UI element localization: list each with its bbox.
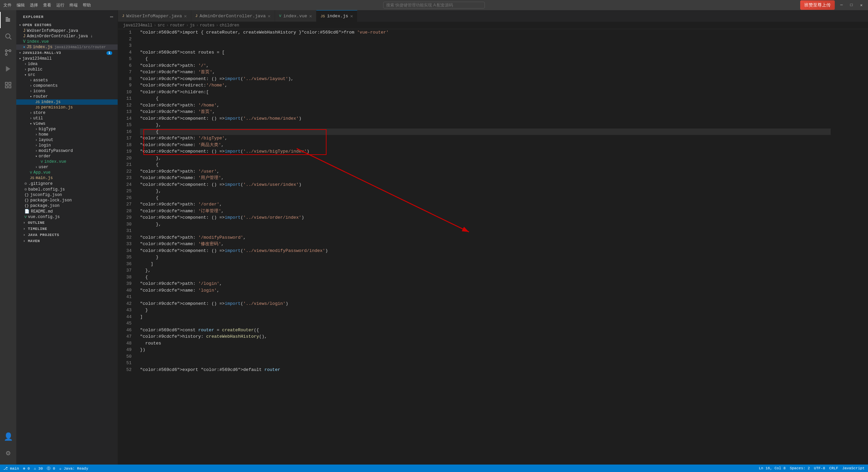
title-bar-left: 文件 编辑 选择 查看 运行 终端 帮助 bbox=[3, 2, 91, 8]
dir-chevron: › bbox=[24, 62, 26, 66]
tree-item-appvue[interactable]: V App.vue bbox=[16, 170, 118, 175]
search-icon[interactable] bbox=[0, 28, 16, 44]
tab-close-icon[interactable]: ✕ bbox=[350, 13, 353, 19]
tree-item-packagelock[interactable]: {} package-lock.json bbox=[16, 198, 118, 203]
tab-indexjs[interactable]: JS index.js ✕ bbox=[316, 10, 357, 22]
language-mode[interactable]: JavaScript bbox=[842, 466, 865, 470]
extensions-icon[interactable] bbox=[0, 77, 16, 93]
tree-item-router[interactable]: ▾ router bbox=[16, 94, 118, 99]
tree-item-bigtype[interactable]: › bigType bbox=[16, 126, 118, 132]
tree-item-readme[interactable]: 📄 README.md bbox=[16, 209, 118, 214]
sidebar-more-icon[interactable]: ⋯ bbox=[110, 14, 114, 20]
code-area[interactable]: "color:#569cd6">import { createRouter, c… bbox=[137, 29, 831, 465]
git-branch[interactable]: ⎇ main bbox=[3, 466, 19, 471]
tree-item-jsconfig[interactable]: {} jsconfig.json bbox=[16, 192, 118, 198]
line-number: 31 bbox=[125, 228, 132, 234]
tree-item-public[interactable]: › public bbox=[16, 67, 118, 72]
menu-help[interactable]: 帮助 bbox=[83, 2, 91, 8]
open-file-indexjs[interactable]: ● JS index.js java1234mall/src/router bbox=[16, 44, 118, 50]
tree-item-mainjs[interactable]: JS main.js bbox=[16, 175, 118, 181]
code-line: "color:#9cdcfe">history: createWebHashHi… bbox=[140, 333, 831, 340]
breadcrumb-item[interactable]: js bbox=[190, 23, 195, 28]
error-count[interactable]: ⊗ 0 bbox=[23, 466, 30, 471]
tree-item-package[interactable]: {} package.json bbox=[16, 203, 118, 209]
menu-file[interactable]: 文件 bbox=[3, 2, 12, 8]
cursor-position[interactable]: Ln 16, Col 8 bbox=[759, 466, 786, 470]
settings-icon[interactable]: ⚙ bbox=[0, 445, 16, 461]
spaces[interactable]: Spaces: 2 bbox=[790, 466, 810, 470]
tab-indexvue[interactable]: V index.vue ✕ bbox=[275, 10, 316, 22]
project-header[interactable]: ▾ JAVA1234-MALL-V3 1 bbox=[16, 50, 118, 56]
tree-item-login[interactable]: › login bbox=[16, 143, 118, 148]
tree-item-src[interactable]: ▾ src bbox=[16, 72, 118, 78]
tree-item-store[interactable]: › store bbox=[16, 110, 118, 116]
breadcrumb-item[interactable]: routes bbox=[200, 23, 214, 28]
close-button[interactable]: ✕ bbox=[858, 2, 865, 8]
tab-label: index.js bbox=[327, 14, 348, 19]
line-number: 29 bbox=[125, 214, 132, 221]
outline-section[interactable]: › OUTLINE bbox=[16, 220, 118, 226]
encoding[interactable]: UTF-8 bbox=[814, 466, 825, 470]
tree-item-order[interactable]: ▾ order bbox=[16, 154, 118, 159]
breadcrumb-item[interactable]: java1234mall bbox=[123, 23, 152, 28]
tree-item-vueconfig[interactable]: V vue.config.js bbox=[16, 214, 118, 220]
open-file-indexvue[interactable]: V index.vue bbox=[16, 39, 118, 44]
tree-item-order-indexvue[interactable]: V index.vue bbox=[16, 159, 118, 164]
search-input[interactable] bbox=[383, 2, 485, 8]
menu-view[interactable]: 查看 bbox=[43, 2, 51, 8]
tree-item-idea[interactable]: › idea bbox=[16, 61, 118, 67]
line-endings[interactable]: CRLF bbox=[829, 466, 838, 470]
upload-button[interactable]: 班赞至尊上传 bbox=[800, 0, 835, 10]
minimize-button[interactable]: — bbox=[838, 2, 845, 8]
dir-chevron: › bbox=[30, 79, 32, 82]
tab-adminorder[interactable]: J AdminOrderController.java ✕ bbox=[191, 10, 275, 22]
account-icon[interactable]: 👤 bbox=[0, 429, 16, 445]
tree-item-home[interactable]: › home bbox=[16, 132, 118, 137]
window-controls[interactable]: 班赞至尊上传 — □ ✕ bbox=[800, 0, 865, 10]
menu-bar[interactable]: 文件 编辑 选择 查看 运行 终端 帮助 bbox=[3, 2, 91, 8]
tree-item-babelconfig[interactable]: ⚙ babel.config.js bbox=[16, 186, 118, 192]
tab-wxuserinfo[interactable]: J WxUserInfoMapper.java ✕ bbox=[118, 10, 191, 22]
maximize-button[interactable]: □ bbox=[848, 2, 855, 8]
tree-item-util[interactable]: › util bbox=[16, 116, 118, 121]
line-number: 8 bbox=[125, 76, 132, 82]
dir-chevron: › bbox=[35, 149, 37, 153]
tree-item-icons[interactable]: › icons bbox=[16, 88, 118, 94]
tree-item-assets[interactable]: › assets bbox=[16, 78, 118, 83]
menu-edit[interactable]: 编辑 bbox=[17, 2, 25, 8]
breadcrumb-item[interactable]: router bbox=[170, 23, 184, 28]
tree-item-gitignore[interactable]: ⚙ .gitignore bbox=[16, 181, 118, 186]
tab-close-icon[interactable]: ✕ bbox=[309, 13, 312, 19]
menu-terminal[interactable]: 终端 bbox=[70, 2, 78, 8]
tree-item-layout[interactable]: › layout bbox=[16, 137, 118, 143]
timeline-section[interactable]: › TIMELINE bbox=[16, 226, 118, 232]
maven-section[interactable]: › MAVEN bbox=[16, 238, 118, 244]
tree-item-permissionjs[interactable]: JS permission.js bbox=[16, 105, 118, 110]
breadcrumb-item[interactable]: src bbox=[158, 23, 165, 28]
tree-item-indexjs[interactable]: JS index.js bbox=[16, 99, 118, 105]
menu-run[interactable]: 运行 bbox=[56, 2, 64, 8]
explorer-icon[interactable] bbox=[0, 12, 16, 28]
tree-item-modifypassword[interactable]: › modifyPassword bbox=[16, 148, 118, 154]
warning-count[interactable]: ⚠ 30 bbox=[34, 466, 43, 471]
breadcrumb-item[interactable]: children bbox=[220, 23, 239, 28]
tree-item-java1234mall[interactable]: ▾ java1234mall bbox=[16, 56, 118, 61]
tab-close-icon[interactable]: ✕ bbox=[268, 13, 271, 19]
tree-item-user[interactable]: › user bbox=[16, 164, 118, 170]
line-number: 15 bbox=[125, 122, 132, 129]
tab-close-icon[interactable]: ✕ bbox=[184, 13, 186, 19]
info-count[interactable]: ⓪ 0 bbox=[47, 466, 55, 471]
dir-label: views bbox=[33, 121, 45, 126]
menu-selection[interactable]: 选择 bbox=[30, 2, 38, 8]
open-file-wxuserinfo[interactable]: J WxUserInfoMapper.java bbox=[16, 28, 118, 34]
open-file-adminorder[interactable]: J AdminOrderController.java ↓ bbox=[16, 34, 118, 39]
tree-item-views[interactable]: ▾ views bbox=[16, 121, 118, 126]
svg-point-2 bbox=[5, 54, 7, 56]
open-editors-header[interactable]: ▾ OPEN EDITORS bbox=[16, 22, 118, 28]
java-projects-section[interactable]: › JAVA PROJECTS bbox=[16, 232, 118, 238]
run-icon[interactable] bbox=[0, 61, 16, 77]
java-ready[interactable]: ☕ Java: Ready bbox=[59, 466, 88, 471]
source-control-icon[interactable] bbox=[0, 44, 16, 61]
tree-item-components[interactable]: › components bbox=[16, 83, 118, 88]
editor-content[interactable]: 1234567891011121314151617181920212223242… bbox=[118, 29, 868, 465]
